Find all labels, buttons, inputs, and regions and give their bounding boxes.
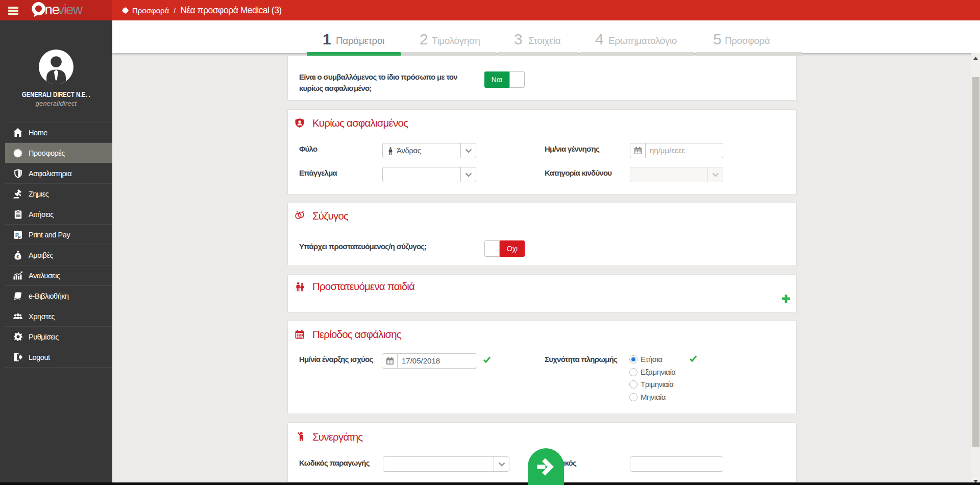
svg-text:view: view [58,2,83,17]
svg-text:€: € [16,253,19,259]
svg-text:p: p [18,234,21,238]
